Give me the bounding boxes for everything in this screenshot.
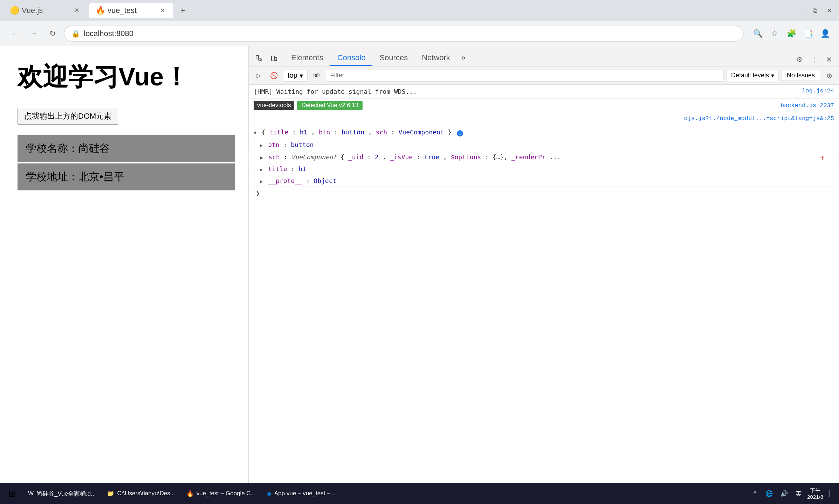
taskbar-chrome[interactable]: 🔥 vue_test – Google C... <box>182 485 260 502</box>
console-output: [HMR] Waiting for update signal from WDS… <box>249 85 839 483</box>
red-plus-icon: + <box>820 153 825 162</box>
taskbar-time-text: 下午 <box>807 487 823 494</box>
tab-vuejs[interactable]: 🟡 Vue.js ✕ <box>4 3 88 18</box>
expand-title-arrow[interactable]: ▶ <box>260 167 263 172</box>
tab-more[interactable]: » <box>457 50 470 66</box>
tray-network[interactable]: 🌐 <box>763 490 775 497</box>
address-input[interactable]: 🔒 localhost:8080 <box>64 26 744 42</box>
console-input-chevron[interactable]: ❯ <box>254 188 262 198</box>
tab-elements[interactable]: Elements <box>284 50 330 66</box>
tab-console[interactable]: Console <box>330 50 373 66</box>
tab-vuejs-label: Vue.js <box>22 6 43 15</box>
zoom-icon[interactable]: 🔍 <box>751 27 765 41</box>
expand-proto-arrow[interactable]: ▶ <box>260 178 263 184</box>
taskbar-right: ^ 🌐 🔊 英 下午 2021/8 ▏ <box>750 487 835 500</box>
proto-property-line: ▶ __proto__ : Object <box>249 175 839 187</box>
reload-button[interactable]: ↻ <box>45 26 60 41</box>
new-tab-button[interactable]: + <box>175 3 191 18</box>
vue-devtools-badge: vue-devtools <box>254 101 294 110</box>
taskbar-vscode[interactable]: ◆ App.vue – vue_test –... <box>263 485 339 502</box>
close-button[interactable]: ✕ <box>823 4 835 17</box>
devtools-close-button[interactable]: ✕ <box>822 53 835 66</box>
profile-icon[interactable]: 👤 <box>818 27 832 41</box>
address-right-icons: 🔍 ☆ 🧩 📑 👤 <box>751 27 832 41</box>
tab-vuetest-favicon: 🔥 <box>96 7 104 14</box>
inspect-element-button[interactable] <box>252 52 266 65</box>
console-sidebar-toggle[interactable]: ▷ <box>252 69 265 82</box>
page-title: 欢迎学习Vue！ <box>18 60 231 94</box>
explorer-label: C:\Users\tianyu\Des... <box>117 490 175 497</box>
btn-property-line: ▶ btn : button <box>249 139 839 151</box>
tray-lang[interactable]: 英 <box>793 490 804 498</box>
tab-vuetest[interactable]: 🔥 vue_test ✕ <box>89 3 173 18</box>
chrome-icon: 🔥 <box>186 490 194 497</box>
console-line-hmr-content: [HMR] Waiting for update signal from WDS… <box>249 85 797 98</box>
context-chevron: ▾ <box>300 71 303 80</box>
address-text: localhost:8080 <box>84 29 133 38</box>
console-toolbar: ▷ 🚫 top ▾ 👁 Default levels ▾ No Issues ⊕ <box>249 66 839 85</box>
maximize-button[interactable]: ⧉ <box>809 4 821 17</box>
word-icon: W <box>28 490 34 497</box>
console-line-vuedevtools: vue-devtools Detected Vue v2.6.13 backen… <box>249 99 839 112</box>
back-button[interactable]: ← <box>7 26 22 41</box>
context-dropdown[interactable]: top ▾ <box>283 70 308 82</box>
object-open-brace: { <box>262 128 266 136</box>
forward-button[interactable]: → <box>26 26 41 41</box>
console-line-hmr-source[interactable]: log.js:24 <box>797 85 839 98</box>
tab-sources[interactable]: Sources <box>372 50 415 66</box>
school-name-box: 学校名称：尚硅谷 <box>18 135 235 162</box>
console-filter-icon-button[interactable]: ⊕ <box>823 69 835 82</box>
console-input-line: ❯ <box>249 187 839 200</box>
tray-chevron[interactable]: ^ <box>750 489 760 498</box>
devtools-tabs-left: Elements Console Sources Network » <box>252 50 470 66</box>
backend-source[interactable]: backend.js:2237 <box>780 102 834 109</box>
extension-icon[interactable]: 🧩 <box>784 27 798 41</box>
dom-output-button[interactable]: 点我输出上方的DOM元素 <box>18 108 118 125</box>
no-issues-button[interactable]: No Issues <box>782 70 820 81</box>
tab-network[interactable]: Network <box>415 50 457 66</box>
tab-vuejs-favicon: 🟡 <box>11 7 18 14</box>
cjs-source[interactable]: cjs.js?!./node_modul...=script&lang=js&:… <box>679 112 839 126</box>
school-address-box: 学校地址：北京•昌平 <box>18 163 235 190</box>
context-label: top <box>288 71 297 79</box>
taskbar-explorer[interactable]: 📁 C:\Users\tianyu\Des... <box>103 485 179 502</box>
word-label: 尚硅谷_Vue全家桶.d... <box>36 490 96 498</box>
no-issues-label: No Issues <box>787 72 815 79</box>
taskbar-date-text: 2021/8 <box>807 494 823 500</box>
lock-icon: 🔒 <box>71 29 80 38</box>
minimize-button[interactable]: — <box>794 4 807 17</box>
show-desktop[interactable]: ▏ <box>827 490 835 497</box>
devtools-settings-button[interactable]: ⚙ <box>793 53 806 66</box>
tray-sound[interactable]: 🔊 <box>778 490 790 497</box>
device-toolbar-button[interactable] <box>267 52 281 65</box>
svg-rect-3 <box>271 56 275 61</box>
vscode-icon: ◆ <box>267 490 271 497</box>
bookmark-icon[interactable]: 📑 <box>801 27 815 41</box>
expand-sch-arrow[interactable]: ▶ <box>260 155 263 160</box>
console-clear-button[interactable]: 🚫 <box>268 69 280 82</box>
taskbar-word[interactable]: W 尚硅谷_Vue全家桶.d... <box>24 485 100 502</box>
vscode-label: App.vue – vue_test –... <box>274 490 335 497</box>
expand-object-arrow[interactable]: ▼ <box>254 130 256 135</box>
address-bar: ← → ↻ 🔒 localhost:8080 🔍 ☆ 🧩 📑 👤 <box>0 21 839 46</box>
devtools-tabs-right: ⚙ ⋮ ✕ <box>793 53 835 66</box>
log-levels-chevron: ▾ <box>771 72 774 79</box>
explorer-icon: 📁 <box>107 490 114 497</box>
object-root-line: ▼ { title : h1 , btn : button , sch : Vu… <box>249 126 839 139</box>
tab-vuejs-close[interactable]: ✕ <box>73 7 81 14</box>
title-property-line: ▶ title : h1 <box>249 163 839 175</box>
expand-btn-arrow[interactable]: ▶ <box>260 142 263 148</box>
console-filter-input[interactable] <box>326 70 724 82</box>
tab-vuetest-close[interactable]: ✕ <box>159 7 166 14</box>
console-line-hmr: [HMR] Waiting for update signal from WDS… <box>249 85 839 99</box>
star-icon[interactable]: ☆ <box>768 27 782 41</box>
object-info-icon[interactable]: ⓘ <box>457 130 463 136</box>
devtools-more-button[interactable]: ⋮ <box>807 53 821 66</box>
taskbar-clock[interactable]: 下午 2021/8 <box>807 487 823 500</box>
start-button[interactable]: ⊞ <box>4 485 21 502</box>
log-levels-dropdown[interactable]: Default levels ▾ <box>727 70 779 81</box>
devtools-inspect-icons <box>252 52 281 65</box>
console-line-cjs: cjs.js?!./node_modul...=script&lang=js&:… <box>249 112 839 126</box>
live-expressions-button[interactable]: 👁 <box>310 69 323 82</box>
console-line-cjs-content <box>249 112 679 126</box>
